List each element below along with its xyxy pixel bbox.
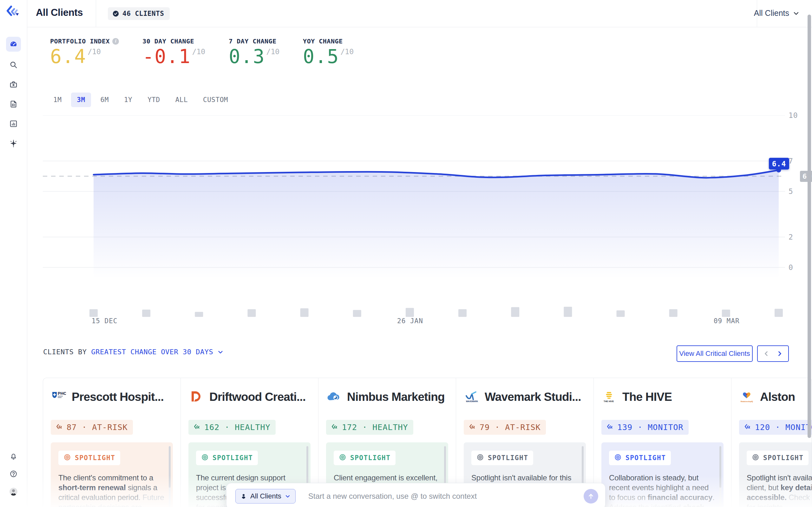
chat-bar: All Clients bbox=[226, 483, 606, 507]
send-button[interactable] bbox=[583, 489, 598, 504]
brand-glyph-icon bbox=[469, 424, 476, 432]
client-score-badge: 87 · AT-RISK bbox=[51, 420, 133, 435]
notifications-button[interactable] bbox=[6, 449, 21, 464]
y-axis-tick: 7 bbox=[789, 157, 793, 165]
clients-count-label: 46 CLIENTS bbox=[122, 10, 164, 17]
spotlight-chip: SPOTLIGHT bbox=[196, 451, 258, 465]
client-logo: RelationshipIQ bbox=[739, 389, 754, 405]
spotlight-panel[interactable]: SPOTLIGHT The client's commitment to a s… bbox=[51, 442, 173, 507]
time-range-3m[interactable]: 3M bbox=[71, 93, 91, 107]
svg-text:WAVEMARK: WAVEMARK bbox=[466, 400, 478, 402]
chevron-left-icon bbox=[763, 350, 770, 357]
sort-by-dropdown[interactable]: GREATEST CHANGE OVER 30 DAYS bbox=[91, 348, 224, 356]
spotlight-text: Collaboration is steady, but recent even… bbox=[609, 473, 716, 507]
time-range-tabs: 1M3M6M1YYTDALLCUSTOM bbox=[48, 93, 234, 107]
sidebar-item-analytics[interactable] bbox=[6, 116, 21, 131]
spotlight-scrollbar[interactable] bbox=[169, 446, 171, 507]
sidebar-item-insights[interactable] bbox=[6, 136, 21, 151]
client-score-badge: 162 · HEALTHY bbox=[189, 420, 275, 435]
latest-value-badge: 6.4 bbox=[769, 158, 789, 170]
client-name: Driftwood Creati... bbox=[209, 390, 305, 404]
chat-context-chip[interactable]: All Clients bbox=[235, 489, 296, 504]
y-axis-tick: 2 bbox=[789, 233, 793, 241]
pager-next-button[interactable] bbox=[775, 349, 784, 358]
client-card[interactable]: RelationshipIQ Alston 120 · MONITOR SPOT… bbox=[731, 378, 812, 507]
client-score-status: 172 · HEALTHY bbox=[342, 423, 408, 432]
spotlight-icon bbox=[476, 453, 484, 462]
spotlight-scrollbar[interactable] bbox=[719, 446, 721, 507]
sidebar-item-tasks[interactable] bbox=[6, 97, 21, 112]
page-title: All Clients bbox=[36, 7, 83, 18]
document-check-icon bbox=[9, 100, 18, 108]
context-switcher-label: All Clients bbox=[754, 9, 789, 18]
metric-label: 7 DAY CHANGE bbox=[229, 38, 276, 45]
spotlight-label: SPOTLIGHT bbox=[763, 454, 803, 462]
spotlight-text: Spotlight isn't available for this clien… bbox=[747, 473, 812, 507]
chevron-down-icon bbox=[217, 349, 224, 355]
time-range-6m[interactable]: 6M bbox=[95, 93, 114, 107]
avatar-image bbox=[9, 487, 18, 496]
sidebar-item-search[interactable] bbox=[6, 57, 21, 72]
brand-glyph-icon bbox=[606, 424, 613, 432]
chevron-down-icon bbox=[792, 9, 800, 17]
chat-context-label: All Clients bbox=[250, 492, 281, 500]
context-person-icon bbox=[240, 493, 247, 500]
time-range-1m[interactable]: 1M bbox=[48, 93, 67, 107]
help-icon bbox=[9, 469, 18, 478]
briefcase-icon bbox=[9, 80, 18, 89]
pager-prev-button[interactable] bbox=[762, 349, 771, 358]
sidebar-item-dashboard[interactable] bbox=[6, 37, 21, 52]
time-range-all[interactable]: ALL bbox=[170, 93, 194, 107]
help-button[interactable] bbox=[6, 466, 21, 481]
client-name: The HIVE bbox=[622, 390, 672, 404]
client-score-badge: 120 · MONITOR bbox=[739, 420, 812, 435]
sidebar bbox=[0, 0, 27, 507]
search-icon bbox=[9, 60, 18, 69]
check-circle-icon bbox=[112, 10, 119, 17]
client-card[interactable]: THE HIVE The HIVE 139 · MONITOR SPOTLIGH… bbox=[594, 378, 731, 507]
bar-chart-icon bbox=[9, 119, 18, 128]
metric-label: YOY CHANGE bbox=[303, 38, 343, 45]
client-card-header: WAVEMARK Wavemark Studi... bbox=[464, 388, 586, 406]
brand-glyph-icon bbox=[194, 424, 200, 432]
spotlight-panel[interactable]: SPOTLIGHT Collaboration is steady, but r… bbox=[601, 442, 723, 507]
client-card-header: THE HIVE The HIVE bbox=[601, 388, 723, 406]
cards-pager bbox=[757, 345, 789, 362]
spotlight-panel[interactable]: SPOTLIGHT Spotlight isn't available for … bbox=[739, 442, 812, 507]
spotlight-chip: SPOTLIGHT bbox=[747, 451, 809, 465]
metric: PORTFOLIO INDEXi6.4/10 bbox=[50, 38, 119, 66]
portfolio-index-chart: 15 DEC26 JAN09 MAR bbox=[43, 115, 785, 337]
client-card-header: Nimbus Marketing bbox=[326, 388, 448, 406]
client-logo bbox=[189, 389, 204, 405]
user-avatar[interactable] bbox=[6, 484, 21, 499]
sparkle-icon bbox=[9, 139, 18, 148]
svg-text:09 MAR: 09 MAR bbox=[714, 317, 740, 325]
time-range-custom[interactable]: CUSTOM bbox=[197, 93, 234, 107]
chat-input[interactable] bbox=[308, 492, 583, 501]
time-range-1y[interactable]: 1Y bbox=[118, 93, 138, 107]
client-logo: PHC bbox=[51, 389, 66, 405]
info-icon[interactable]: i bbox=[112, 38, 119, 45]
client-card[interactable]: PHC Prescott Hospit... 87 · AT-RISK SPOT… bbox=[43, 378, 181, 507]
spotlight-text: The client's commitment to a short-term … bbox=[58, 473, 165, 507]
view-all-critical-clients-button[interactable]: View All Critical Clients bbox=[676, 345, 753, 362]
time-range-ytd[interactable]: YTD bbox=[142, 93, 165, 107]
client-logo: THE HIVE bbox=[601, 389, 617, 405]
metric: 7 DAY CHANGE0.3/10 bbox=[229, 38, 280, 66]
metric-value: 6.4 bbox=[50, 47, 86, 66]
spotlight-label: SPOTLIGHT bbox=[488, 454, 528, 462]
client-logo bbox=[326, 389, 341, 405]
brand-glyph-icon bbox=[56, 424, 63, 432]
y-axis-tick: 5 bbox=[789, 187, 793, 195]
top-header: All Clients 46 CLIENTS All Clients bbox=[27, 0, 812, 27]
context-switcher-dropdown[interactable]: All Clients bbox=[754, 9, 800, 18]
metric-suffix: /10 bbox=[340, 48, 354, 56]
app-logo[interactable] bbox=[5, 4, 20, 19]
page-scrollbar[interactable] bbox=[808, 14, 811, 438]
spotlight-label: SPOTLIGHT bbox=[212, 454, 253, 462]
sidebar-item-portfolio[interactable] bbox=[6, 77, 21, 92]
spotlight-chip: SPOTLIGHT bbox=[58, 451, 120, 465]
spotlight-icon bbox=[339, 453, 346, 462]
brand-glyph-icon bbox=[744, 424, 751, 432]
svg-text:THE HIVE: THE HIVE bbox=[604, 400, 614, 402]
